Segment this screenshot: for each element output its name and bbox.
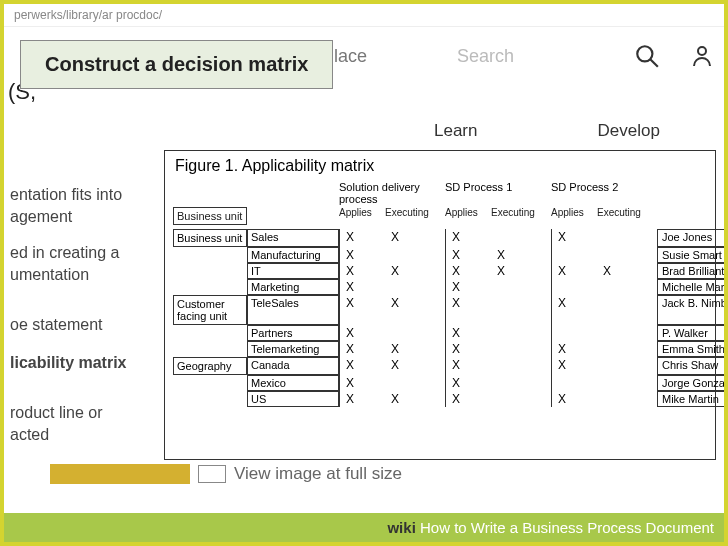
x-cell: X <box>385 341 445 357</box>
person-cell: Michelle Marketing <box>657 279 728 295</box>
x-cell: X <box>339 295 385 325</box>
x-cell <box>385 325 445 341</box>
x-cell: X <box>551 357 597 375</box>
x-cell: X <box>491 263 551 279</box>
x-cell: X <box>445 357 491 375</box>
x-cell <box>491 295 551 325</box>
nav-marketplace[interactable]: lace <box>334 46 367 67</box>
x-cell: X <box>445 279 491 295</box>
svg-line-1 <box>650 59 658 67</box>
x-cell: X <box>339 375 385 391</box>
x-cell: X <box>491 247 551 263</box>
table-row: ITXXXXXXBrad Brilliant <box>173 263 707 279</box>
left-text-2: ed in creating aumentation <box>10 242 119 285</box>
x-cell: X <box>445 375 491 391</box>
x-cell: X <box>339 263 385 279</box>
group-label: Customer facing unit <box>173 295 247 325</box>
x-cell <box>551 375 597 391</box>
left-text-5: roduct line oracted <box>10 402 103 445</box>
row-item: Canada <box>247 357 339 375</box>
x-cell: X <box>445 391 491 407</box>
x-cell: X <box>445 341 491 357</box>
x-cell: X <box>385 229 445 247</box>
person-cell: Brad Brilliant <box>657 263 728 279</box>
person-cell: Jorge Gonzales <box>657 375 728 391</box>
x-cell <box>385 375 445 391</box>
x-cell <box>597 325 657 341</box>
x-cell <box>597 295 657 325</box>
x-cell: X <box>385 357 445 375</box>
footer-bar: wiki How to Write a Business Process Doc… <box>4 513 724 542</box>
x-cell: X <box>385 263 445 279</box>
x-cell: X <box>339 357 385 375</box>
search-icon[interactable] <box>634 43 660 69</box>
x-cell: X <box>445 325 491 341</box>
x-cell: X <box>445 263 491 279</box>
table-row: ManufacturingXXXSusie Smart <box>173 247 707 263</box>
x-cell <box>551 279 597 295</box>
row-item: IT <box>247 263 339 279</box>
x-cell: X <box>339 391 385 407</box>
x-cell: X <box>445 229 491 247</box>
x-cell <box>597 279 657 295</box>
person-cell: Susie Smart <box>657 247 728 263</box>
row-item: Sales <box>247 229 339 247</box>
row-item: US <box>247 391 339 407</box>
x-cell <box>491 229 551 247</box>
matrix-sub-headers: Business unit AppliesExecuting AppliesEx… <box>173 205 707 229</box>
x-cell: X <box>339 325 385 341</box>
subnav-develop[interactable]: Develop <box>597 121 659 141</box>
search-area: Search <box>457 43 660 69</box>
x-cell: X <box>551 391 597 407</box>
x-cell <box>551 247 597 263</box>
mustard-bar <box>50 464 190 484</box>
group-label: Business unit <box>173 229 247 247</box>
person-cell: Chris Shaw <box>657 357 728 375</box>
row-item: Mexico <box>247 375 339 391</box>
x-cell <box>385 279 445 295</box>
group-label: Geography <box>173 357 247 375</box>
x-cell <box>597 341 657 357</box>
figure-applicability-matrix: Figure 1. Applicability matrix Solution … <box>164 150 716 460</box>
table-row: USXXXXMike Martin <box>173 391 707 407</box>
url-bar[interactable]: perwerks/library/ar procdoc/ <box>4 4 724 27</box>
row-item: Partners <box>247 325 339 341</box>
table-row: Customer facing unitTeleSalesXXXXJack B.… <box>173 295 707 325</box>
x-cell: X <box>339 229 385 247</box>
view-full-size-link[interactable]: View image at full size <box>234 464 402 484</box>
subnav-learn[interactable]: Learn <box>434 121 477 141</box>
x-cell: X <box>551 341 597 357</box>
table-row: TelemarketingXXXXEmma Smith <box>173 341 707 357</box>
x-cell: X <box>445 247 491 263</box>
person-cell: Mike Martin <box>657 391 728 407</box>
x-cell <box>597 229 657 247</box>
search-input[interactable]: Search <box>457 46 514 67</box>
x-cell <box>491 279 551 295</box>
x-cell <box>491 375 551 391</box>
table-row: MarketingXXMichelle Marketing <box>173 279 707 295</box>
x-cell: X <box>385 295 445 325</box>
x-cell: X <box>551 263 597 279</box>
x-cell <box>597 375 657 391</box>
x-cell <box>491 341 551 357</box>
sub-nav: Learn Develop C <box>424 113 724 155</box>
x-cell <box>491 325 551 341</box>
x-cell <box>551 325 597 341</box>
x-cell: X <box>551 295 597 325</box>
x-cell: X <box>385 391 445 407</box>
row-item: Telemarketing <box>247 341 339 357</box>
left-text-1: entation fits intoagement <box>10 184 122 227</box>
person-cell: P. Walker <box>657 325 728 341</box>
table-row: GeographyCanadaXXXXChris Shaw <box>173 357 707 375</box>
view-thumbnail-icon[interactable] <box>198 465 226 483</box>
left-text-4: licability matrix <box>10 352 127 374</box>
row-item: Manufacturing <box>247 247 339 263</box>
view-full-size-row: View image at full size <box>50 464 402 484</box>
table-row: Business unitSalesXXXXJoe Jones <box>173 229 707 247</box>
left-text-3: oe statement <box>10 314 103 336</box>
footer-wiki: wiki <box>387 519 415 536</box>
profile-icon[interactable] <box>690 44 714 68</box>
figure-title: Figure 1. Applicability matrix <box>165 151 715 179</box>
instruction-callout: Construct a decision matrix <box>20 40 333 89</box>
x-cell: X <box>597 263 657 279</box>
